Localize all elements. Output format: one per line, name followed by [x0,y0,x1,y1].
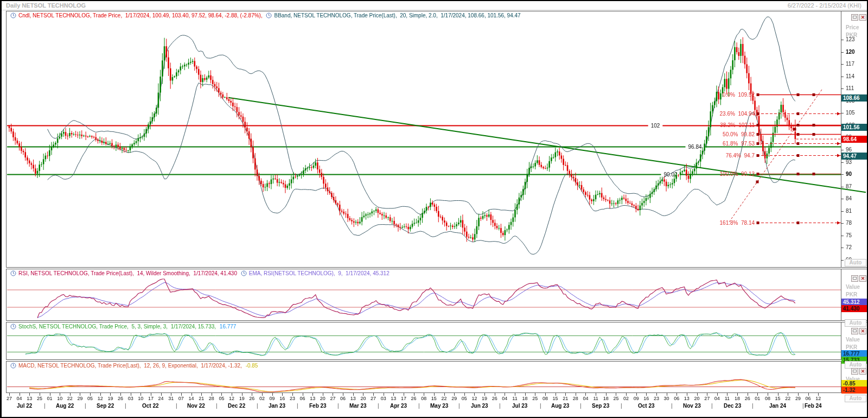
xaxis-date-label: 06 [672,396,681,401]
series-options-icon[interactable] [10,12,16,18]
restore-icon[interactable] [851,14,858,21]
xaxis-month-label: Dec 23 [724,403,741,409]
xaxis-date-label: 22 [65,396,75,401]
xaxis-month-separator: | [216,403,218,409]
stoch-legend-text: StochS, NETSOL TECHNOLOG, Trade Price, 5… [18,324,218,330]
xaxis-month-label: Nov 22 [187,403,205,409]
restore-icon[interactable] [851,275,858,282]
price-axis-tick: 78 [846,220,852,226]
series-options-icon[interactable] [266,12,272,18]
xaxis-date-label: 08 [419,396,429,401]
xaxis-date-label: 08 [540,396,550,401]
xaxis-date-label: 24 [156,396,166,401]
price-panel [6,11,868,268]
xaxis-month-label: Apr 23 [390,403,407,409]
stoch-d-value: 16.777 [220,324,237,330]
xaxis-month-separator: | [540,403,541,409]
restore-icon[interactable] [851,368,858,375]
rsi-auto-button[interactable]: Auto [845,319,866,327]
xaxis-month-separator: | [418,403,420,409]
xaxis-date-label: 06 [298,396,308,401]
xaxis-date-label: 09 [267,396,277,401]
price-value-label: 101.56 [841,124,867,131]
xaxis-date-label: 15 [551,396,560,401]
xaxis-date-label: 10 [136,396,145,401]
price-axis-tick: 90 [846,171,852,177]
xaxis-date-label: 17 [146,396,156,401]
xaxis-date-label: 11 [722,396,732,401]
restore-icon[interactable] [851,328,858,334]
xaxis-date-label: 23 [652,396,661,401]
stoch-axis-title: ValuePKR [846,336,860,351]
xaxis-date-label: 17 [399,396,409,401]
xaxis-month-separator: | [458,403,460,409]
macd-legend-text: MACD, NETSOL TECHNOLOG, Trade Price(Last… [18,363,244,369]
xaxis-date-label: 20 [358,396,368,401]
xaxis-month-separator: | [752,403,754,409]
xaxis-month-label: Oct 22 [142,403,159,409]
xaxis-date-label: 16 [641,396,651,401]
close-icon[interactable]: ✕ [859,275,866,282]
xaxis-month-label: Jan 23 [269,403,285,409]
xaxis-date-label: 19 [237,396,247,401]
xaxis-date-label: 01 [45,396,55,401]
price-value-label: 98.64 [841,136,867,143]
xaxis-month-label: Sep 23 [592,403,609,409]
xaxis-month-label: Dec 22 [228,403,245,409]
xaxis-date-label: 18 [732,396,742,401]
date-range-label: 6/27/2022 - 2/15/2024 (KHI) [788,2,861,9]
stoch-legend: StochS, NETSOL TECHNOLOG, Trade Price, 5… [10,324,236,330]
close-icon[interactable]: ✕ [859,368,866,375]
price-axis-tick: 105 [846,110,855,116]
xaxis-month-label: Aug 22 [56,403,74,409]
xaxis-date-label: 10 [55,396,65,401]
xaxis-date-label: 20 [318,396,328,401]
xaxis-date-label: 02 [621,396,631,401]
xaxis-month-label: May 23 [430,403,448,409]
price-axis-title: PricePKR [846,24,859,39]
series-options-icon[interactable] [241,270,247,276]
xaxis-date-label: 13 [24,396,34,401]
macd-auto-button[interactable]: Auto [845,395,866,402]
series-options-icon[interactable] [10,363,16,369]
xaxis-date-label: 21 [560,396,570,401]
xaxis-date-label: 26 [490,396,500,401]
xaxis-date-label: 13 [348,396,358,401]
xaxis-date-label: 05 [85,396,95,401]
price-auto-button[interactable]: Auto [845,259,866,267]
xaxis-date-label: 13 [682,396,692,401]
rsi-legend: RSI, NETSOL TECHNOLOG, Trade Price(Last)… [10,270,390,276]
xaxis-date-label: 22 [783,396,793,401]
xaxis-month-separator: | [125,403,126,409]
stoch-auto-button[interactable]: Auto [845,361,866,369]
xaxis-date-label: 19 [480,396,489,401]
price-axis-tick: 117 [846,61,854,67]
xaxis-month-separator: | [621,403,622,409]
xaxis-month-separator: | [671,403,673,409]
xaxis-date-label: 09 [631,396,641,401]
xaxis-date-label: 13 [308,396,317,401]
rsi-axis-title: ValuePKR [846,283,860,299]
close-icon[interactable]: ✕ [859,328,866,334]
series-options-icon[interactable] [10,270,16,276]
xaxis-month-label: Jan 24 [769,403,786,409]
xaxis-date-label: 21 [196,396,206,401]
xaxis-date-label: 26 [743,396,752,401]
price-axis-tick: 111 [846,85,854,91]
price-axis-tick: 72 [846,244,852,250]
series-options-icon[interactable] [10,324,16,330]
xaxis-date-label: 19 [105,396,115,401]
xaxis-month-label: Aug 23 [551,403,569,409]
price-legend: Cndl, NETSOL TECHNOLOG, Trade Price, 1/1… [10,12,521,18]
price-axis-tick: 84 [846,195,852,201]
xaxis-date-label: 04 [580,396,590,401]
xaxis-date-label: 28 [571,396,580,401]
xaxis-date-label: 26 [116,396,125,401]
close-icon[interactable]: ✕ [859,14,866,21]
xaxis-month-separator: | [499,403,501,409]
xaxis-date-label: 11 [510,396,520,401]
xaxis-date-label: 08 [763,396,773,401]
xaxis-date-label: 12 [813,396,823,401]
xaxis-date-label: 26 [409,396,419,401]
price-axis-tick: 93 [846,159,852,165]
